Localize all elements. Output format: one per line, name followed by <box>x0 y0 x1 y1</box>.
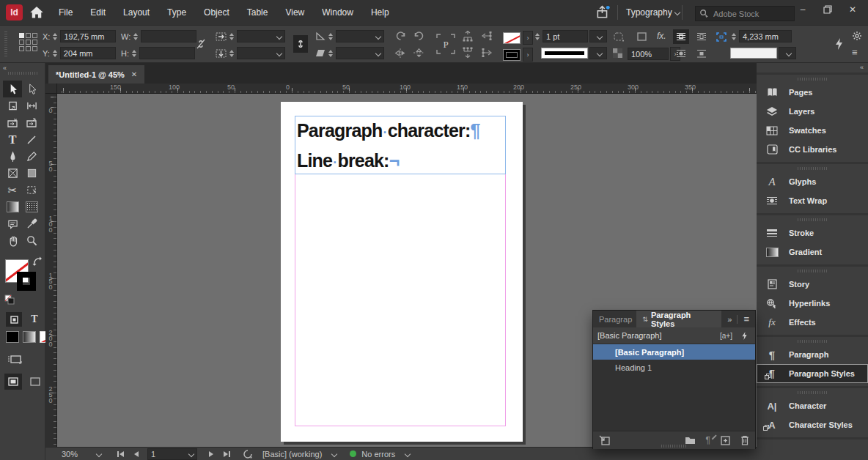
next-page-button[interactable] <box>209 451 213 457</box>
tab-paragraph-styles[interactable]: ⇅ Paragraph Styles <box>636 311 721 327</box>
panel-menu-icon[interactable]: ≡ <box>852 49 858 56</box>
panel-button-story[interactable]: Story <box>757 275 868 294</box>
panel-button-layers[interactable]: Layers <box>757 102 868 121</box>
preflight-profile[interactable]: [Basic] (working) <box>262 450 322 459</box>
panel-menu-icon[interactable]: ≡ <box>743 314 749 324</box>
reference-point-proxy[interactable] <box>19 33 37 51</box>
y-field[interactable]: 204 mm <box>60 47 116 59</box>
gap-stepper[interactable] <box>732 33 736 40</box>
page-number-field[interactable]: 1 <box>147 448 197 460</box>
zoom-level[interactable]: 30% <box>62 450 78 459</box>
flip-vertical-icon[interactable] <box>413 48 425 59</box>
type-tool[interactable]: T <box>3 131 22 148</box>
menu-object[interactable]: Object <box>195 0 238 25</box>
apply-gradient-button[interactable] <box>23 331 36 343</box>
quick-apply-style-icon[interactable]: [a+] <box>720 332 732 340</box>
select-content-indicator[interactable]: P <box>435 33 456 55</box>
panel-button-effects[interactable]: fx Effects <box>757 313 868 332</box>
stroke-proxy-black[interactable] <box>16 271 37 292</box>
h-stepper[interactable] <box>132 50 136 57</box>
scissors-tool[interactable]: ✂ <box>3 182 22 199</box>
panel-resize-grip[interactable] <box>661 445 688 448</box>
page-tool[interactable] <box>3 97 22 114</box>
last-page-button[interactable] <box>224 451 230 457</box>
shear-stepper[interactable] <box>328 50 333 57</box>
y-stepper[interactable] <box>53 50 57 57</box>
formatting-affects-text-button[interactable]: T <box>26 312 43 327</box>
collapse-tools-icon[interactable]: « <box>3 64 6 72</box>
swatch-preview[interactable] <box>730 48 777 59</box>
document-page[interactable]: Paragraph·character:¶ Line·break:¬ <box>281 102 523 442</box>
x-field[interactable]: 192,75 mm <box>60 30 116 42</box>
menu-file[interactable]: File <box>50 0 81 25</box>
hand-tool[interactable] <box>3 232 22 249</box>
formatting-affects-container-button[interactable] <box>6 312 22 327</box>
horizontal-ruler[interactable]: 150 100 50 0 50 100 150 200 250 300 350 <box>57 84 757 94</box>
previous-page-button[interactable] <box>134 451 139 457</box>
constrain-dimensions-broken-link-icon[interactable] <box>195 37 207 51</box>
workspace-switcher[interactable]: Typography <box>626 0 680 25</box>
direct-selection-tool[interactable] <box>22 81 41 97</box>
first-page-button[interactable] <box>117 451 124 457</box>
swatch-dropdown[interactable] <box>779 47 796 59</box>
scale-x-stepper[interactable] <box>229 33 234 40</box>
panel-button-cc-libraries[interactable]: CC Libraries <box>757 140 868 159</box>
panel-button-glyphs[interactable]: A Glyphs <box>757 172 868 191</box>
default-fill-stroke-icon[interactable] <box>4 294 15 305</box>
scale-x-field[interactable] <box>237 30 285 42</box>
errors-dropdown-icon[interactable] <box>405 450 411 456</box>
quick-apply-lightning-icon[interactable] <box>834 37 844 51</box>
panel-grip[interactable] <box>4 31 7 58</box>
wrap-none-button[interactable] <box>673 29 689 44</box>
panel-button-character-styles[interactable]: A Character Styles <box>757 415 868 434</box>
panel-button-paragraph[interactable]: ¶ Paragraph <box>757 345 868 364</box>
ruler-corner[interactable] <box>45 84 57 94</box>
dock-grip[interactable] <box>798 78 827 81</box>
rotate-ccw-icon[interactable] <box>413 30 425 42</box>
x-stepper[interactable] <box>53 33 57 40</box>
panel-button-pages[interactable]: Pages <box>757 83 868 102</box>
menu-edit[interactable]: Edit <box>81 0 114 25</box>
gap-field[interactable]: 4,233 mm <box>739 30 792 42</box>
eyedropper-tool[interactable] <box>22 215 41 232</box>
stroke-weight-field[interactable]: 1 pt <box>542 30 588 42</box>
scale-y-field[interactable] <box>237 47 285 59</box>
text-frame[interactable]: Paragraph·character:¶ Line·break:¬ <box>295 116 506 174</box>
rectangle-tool[interactable] <box>22 165 41 182</box>
corner-options-icon[interactable] <box>613 31 625 42</box>
rotate-cw-icon[interactable] <box>394 30 407 42</box>
apply-color-button[interactable] <box>6 331 19 343</box>
wrap-jump-object-button[interactable] <box>694 46 710 61</box>
panel-button-hyperlinks[interactable]: Hyperlinks <box>757 294 868 313</box>
vertical-ruler[interactable]: 0 50 100 150 200 250 <box>45 94 57 447</box>
pen-tool[interactable] <box>3 148 22 165</box>
panel-button-text-wrap[interactable]: Text Wrap <box>757 191 868 210</box>
preflight-dropdown-icon[interactable] <box>331 450 337 456</box>
content-placer-tool[interactable] <box>22 114 41 131</box>
select-next-object-icon[interactable] <box>481 47 493 59</box>
create-new-style-icon[interactable] <box>721 436 730 445</box>
zoom-tool[interactable] <box>22 232 41 249</box>
tab-paragraph[interactable]: Paragrap <box>593 311 636 327</box>
shear-field[interactable] <box>336 47 384 59</box>
gap-tool[interactable] <box>22 97 41 114</box>
rotation-stepper[interactable] <box>328 33 333 40</box>
selection-tool[interactable] <box>3 81 22 97</box>
document-tab-close-icon[interactable]: ✕ <box>131 70 137 78</box>
dock-grip[interactable] <box>798 340 827 343</box>
menu-window[interactable]: Window <box>313 0 362 25</box>
pencil-tool[interactable] <box>22 148 41 165</box>
wrap-bounding-box-button[interactable] <box>694 29 710 44</box>
scale-y-stepper[interactable] <box>229 50 234 57</box>
panel-button-paragraph-styles[interactable]: ¶ Paragraph Styles <box>757 364 868 383</box>
collapse-dock-icon[interactable]: « <box>860 64 864 71</box>
frame-tool[interactable] <box>3 165 22 182</box>
document-tab[interactable]: *Untitled-1 @ 45% ✕ <box>48 65 144 84</box>
dock-grip[interactable] <box>798 270 827 272</box>
stroke-swatch-black[interactable] <box>503 49 521 61</box>
delete-style-trash-icon[interactable] <box>740 435 749 445</box>
opacity-field[interactable]: 100% <box>628 48 669 60</box>
style-row-basic-paragraph[interactable]: [Basic Paragraph] <box>593 344 755 360</box>
stroke-weight-stepper[interactable] <box>535 33 540 40</box>
effects-fx-button[interactable]: fx. <box>657 31 666 41</box>
